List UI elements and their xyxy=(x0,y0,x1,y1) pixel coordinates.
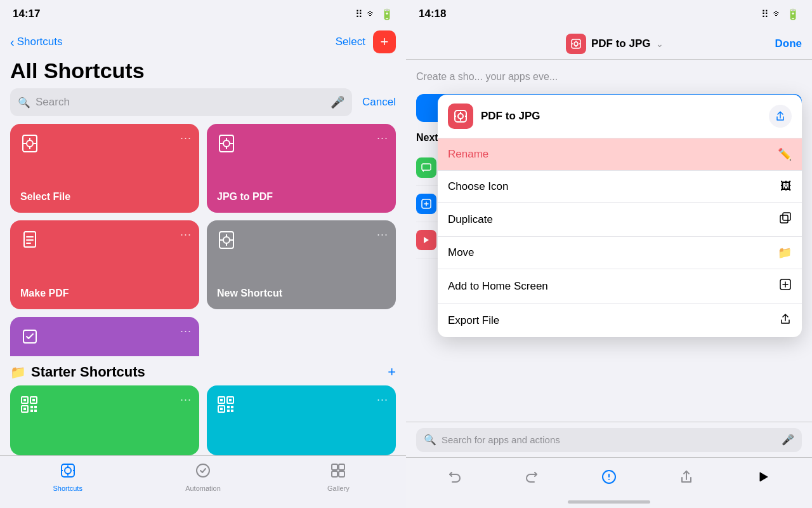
svg-rect-19 xyxy=(229,399,232,401)
add-shortcut-button[interactable]: + xyxy=(373,30,396,53)
jpg-to-pdf-menu[interactable]: ··· xyxy=(377,131,388,145)
svg-rect-23 xyxy=(227,410,230,412)
image-icon: 🖼 xyxy=(780,180,792,193)
qr1-menu[interactable]: ··· xyxy=(180,393,192,406)
duplicate-label: Duplicate xyxy=(448,213,779,226)
automation-tab-icon xyxy=(195,462,211,483)
right-toolbar xyxy=(406,457,812,495)
back-button-label: Shortcuts xyxy=(17,36,63,48)
share-toolbar-button[interactable] xyxy=(672,463,700,491)
new-shortcut-menu[interactable]: ··· xyxy=(377,228,388,241)
add-home-menu-item[interactable]: Add to Home Screen xyxy=(438,269,802,304)
microphone-icon-bottom[interactable]: 🎤 xyxy=(782,434,794,446)
back-arrow-icon: ‹ xyxy=(10,35,15,50)
info-button[interactable] xyxy=(595,463,623,491)
select-button[interactable]: Select xyxy=(336,36,365,48)
actions-search-input[interactable]: 🔍 Search for apps and actions 🎤 xyxy=(416,428,802,452)
choose-icon-menu-item[interactable]: Choose Icon 🖼 xyxy=(438,171,802,203)
right-status-time: 14:18 xyxy=(419,8,446,20)
choose-icon-label: Choose Icon xyxy=(448,180,780,193)
starter-shortcuts-section: 📁 Starter Shortcuts + xyxy=(0,356,406,385)
plus-icon: + xyxy=(381,34,389,50)
microphone-icon[interactable]: 🎤 xyxy=(331,95,344,109)
shortcuts-grid: ··· Select File ··· JPG to PDF ··· xyxy=(0,124,406,356)
svg-rect-21 xyxy=(227,406,230,408)
done-button[interactable]: Done xyxy=(775,37,802,50)
tab-bar: Shortcuts Automation Gallery xyxy=(0,455,406,508)
right-panel: 14:18 ⠿ ᯤ 🔋 PDF to JPG ⌄ Done Create a s… xyxy=(406,0,812,508)
bottom-search-bar: 🔍 Search for apps and actions 🎤 xyxy=(406,422,812,457)
export-file-label: Export File xyxy=(448,314,779,327)
svg-rect-28 xyxy=(339,464,344,470)
search-bar[interactable]: 🔍 Search 🎤 xyxy=(10,88,352,116)
back-button[interactable]: ‹ Shortcuts xyxy=(10,35,62,50)
shortcut-tile-new-shortcut[interactable]: ··· New Shortcut xyxy=(207,220,396,309)
shortcut-tile-make-pdf[interactable]: ··· Make PDF xyxy=(10,220,199,309)
right-signal-icon: ⠿ xyxy=(761,8,769,20)
nav-bar-left: ‹ Shortcuts Select + xyxy=(0,28,406,56)
tab-gallery[interactable]: Gallery xyxy=(271,462,406,492)
search-icon-bottom: 🔍 xyxy=(424,434,436,446)
export-file-menu-item[interactable]: Export File xyxy=(438,304,802,337)
svg-rect-29 xyxy=(332,471,337,477)
gallery-tab-icon xyxy=(330,462,346,483)
svg-rect-22 xyxy=(231,406,233,408)
add-home-label: Add to Home Screen xyxy=(448,280,779,293)
right-nav-bar: PDF to JPG ⌄ Done xyxy=(406,28,812,60)
share-button[interactable] xyxy=(769,105,792,128)
right-wifi-icon: ᯤ xyxy=(773,8,783,20)
shortcut-tile-photos-deduper[interactable]: ··· PhotosDeduper xyxy=(10,317,199,356)
pencil-icon: ✏️ xyxy=(778,147,792,161)
left-wifi-icon: ᯤ xyxy=(367,8,377,20)
starter-tile-qr1[interactable]: ··· xyxy=(10,385,199,455)
tab-shortcuts[interactable]: Shortcuts xyxy=(0,462,135,492)
photos-deduper-icon xyxy=(20,327,189,351)
create-shortcut-description: Create a sho... your apps eve... xyxy=(416,70,802,84)
left-status-icons: ⠿ ᯤ 🔋 xyxy=(355,8,393,20)
gallery-tab-label: Gallery xyxy=(327,485,350,492)
qr2-menu[interactable]: ··· xyxy=(377,393,388,406)
make-pdf-icon xyxy=(20,231,189,254)
photos-deduper-menu[interactable]: ··· xyxy=(180,324,192,338)
dropdown-shortcut-icon xyxy=(448,104,473,129)
move-menu-item[interactable]: Move 📁 xyxy=(438,237,802,269)
left-panel: 14:17 ⠿ ᯤ 🔋 ‹ Shortcuts Select + All Sho… xyxy=(0,0,406,508)
redo-button[interactable] xyxy=(518,463,546,491)
svg-rect-8 xyxy=(23,399,26,401)
rename-menu-item[interactable]: Rename ✏️ xyxy=(438,138,802,171)
select-file-menu[interactable]: ··· xyxy=(180,131,192,145)
search-input[interactable]: Search xyxy=(36,96,325,109)
svg-rect-10 xyxy=(23,408,26,410)
svg-rect-13 xyxy=(30,410,33,412)
starter-grid: ··· ··· xyxy=(0,385,406,455)
play-button[interactable] xyxy=(749,463,777,491)
svg-rect-35 xyxy=(780,215,788,223)
left-signal-icon: ⠿ xyxy=(355,8,363,20)
starter-tile-qr2[interactable]: ··· xyxy=(207,385,396,455)
undo-button[interactable] xyxy=(441,463,469,491)
chevron-down-icon: ⌄ xyxy=(656,39,664,49)
shortcut-tile-jpg-to-pdf[interactable]: ··· JPG to PDF xyxy=(207,124,396,213)
svg-rect-27 xyxy=(332,464,337,470)
context-menu-dropdown: PDF to JPG Rename ✏️ Choose Icon 🖼 xyxy=(438,95,802,337)
play-music-icon xyxy=(416,230,436,250)
svg-rect-30 xyxy=(339,471,344,477)
svg-rect-14 xyxy=(34,410,37,412)
svg-rect-11 xyxy=(30,406,33,408)
rename-label: Rename xyxy=(448,148,778,161)
search-icon: 🔍 xyxy=(18,97,30,109)
make-pdf-menu[interactable]: ··· xyxy=(180,228,192,241)
svg-rect-36 xyxy=(783,213,790,220)
folder-icon: 📁 xyxy=(10,364,26,380)
cancel-button[interactable]: Cancel xyxy=(362,96,396,109)
jpg-to-pdf-icon xyxy=(217,134,386,157)
tab-automation[interactable]: Automation xyxy=(135,462,270,492)
svg-rect-24 xyxy=(231,410,233,412)
new-shortcut-label: New Shortcut xyxy=(217,288,386,299)
duplicate-menu-item[interactable]: Duplicate xyxy=(438,203,802,237)
shortcuts-tab-label: Shortcuts xyxy=(53,485,82,492)
add-starter-button[interactable]: + xyxy=(388,364,396,380)
left-battery-icon: 🔋 xyxy=(381,8,393,20)
shortcut-tile-select-file[interactable]: ··· Select File xyxy=(10,124,199,213)
home-bar xyxy=(568,500,650,504)
